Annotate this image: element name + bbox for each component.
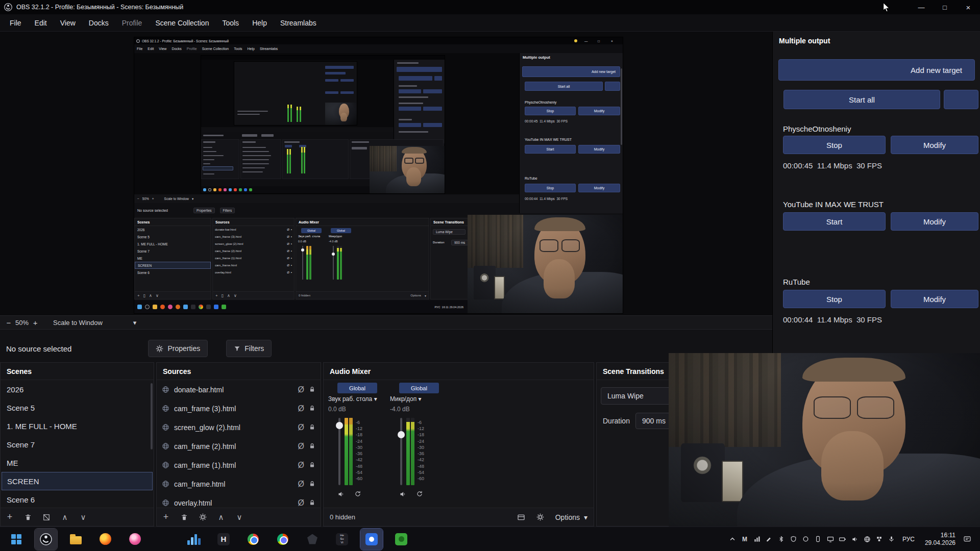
taskbar-firefox-icon[interactable] <box>94 529 116 550</box>
preview-pane[interactable]: OBS 32.1.2 - Profile: Безымянный - Scene… <box>0 32 772 315</box>
zoom-in-button[interactable]: + <box>29 318 42 327</box>
target-modify-button[interactable]: Modify <box>891 290 978 308</box>
taskbar-pink-app-icon[interactable] <box>124 529 146 550</box>
add-new-target-button[interactable]: Add new target <box>778 59 975 81</box>
taskbar-hesuvi-icon[interactable]: HeSuVi <box>331 529 353 550</box>
mixer-channel-name[interactable]: Звук раб. стола ▾ <box>328 395 377 403</box>
minimize-button[interactable]: — <box>910 0 933 14</box>
tray-shield-icon[interactable] <box>788 534 799 545</box>
language-indicator[interactable]: РУС <box>898 536 919 543</box>
taskbar-chart-app-icon[interactable] <box>183 529 205 550</box>
tray-volume-icon[interactable] <box>849 534 861 545</box>
start-all-button[interactable]: Start all <box>783 90 940 109</box>
scale-mode-label[interactable]: Scale to Window <box>53 319 103 327</box>
menu-tools[interactable]: Tools <box>215 19 246 27</box>
taskbar-blue-app-icon[interactable] <box>360 529 383 550</box>
volume-slider-knob[interactable] <box>398 431 405 438</box>
source-item[interactable]: cam_frame (3).html Ø <box>157 399 321 418</box>
taskbar-chrome-icon[interactable] <box>242 529 264 550</box>
tray-network-icon[interactable] <box>862 534 873 545</box>
target-modify-button[interactable]: Modify <box>891 212 978 231</box>
mixer-global-tab[interactable]: Global <box>337 383 377 393</box>
tray-chevron-up-icon[interactable] <box>727 534 738 545</box>
volume-slider-knob[interactable] <box>336 422 343 429</box>
volume-slider[interactable] <box>338 418 340 485</box>
source-properties-button[interactable] <box>193 513 212 521</box>
lock-icon[interactable] <box>309 462 315 468</box>
scale-mode-caret-icon[interactable]: ▾ <box>133 319 137 327</box>
source-item[interactable]: screen_glow (2).html Ø <box>157 418 321 437</box>
move-source-up-button[interactable]: ∧ <box>212 513 230 522</box>
lock-icon[interactable] <box>309 405 315 412</box>
tray-phone-link-icon[interactable] <box>813 534 824 545</box>
taskbar-h-app-icon[interactable]: H <box>212 529 235 550</box>
speaker-icon[interactable] <box>399 490 407 498</box>
add-source-button[interactable]: + <box>157 512 175 522</box>
scene-item-selected[interactable]: SCREEN <box>2 472 153 490</box>
taskbar-chrome-canary-icon[interactable] <box>272 529 294 550</box>
menu-file[interactable]: File <box>3 19 28 27</box>
tray-display-icon[interactable] <box>825 534 836 545</box>
scenes-scrollbar[interactable] <box>151 383 153 449</box>
target-stop-button[interactable]: Stop <box>783 136 886 154</box>
tray-bluetooth-icon[interactable] <box>776 534 787 545</box>
visibility-hidden-icon[interactable]: Ø <box>298 404 304 413</box>
visibility-hidden-icon[interactable]: Ø <box>298 442 304 451</box>
mixer-options-button[interactable]: Options▾ <box>555 513 587 521</box>
scene-item[interactable]: 2026 <box>1 380 154 398</box>
speaker-icon[interactable] <box>337 490 345 498</box>
remove-source-button[interactable] <box>175 514 193 521</box>
lock-icon[interactable] <box>309 481 315 487</box>
menu-edit[interactable]: Edit <box>28 19 54 27</box>
taskbar-wolf-app-icon[interactable] <box>301 529 324 550</box>
lock-icon[interactable] <box>309 499 315 506</box>
tray-opera-icon[interactable] <box>800 534 812 545</box>
visibility-hidden-icon[interactable]: Ø <box>298 385 304 394</box>
target-modify-button[interactable]: Modify <box>891 136 978 154</box>
mixer-global-tab[interactable]: Global <box>399 383 439 393</box>
taskbar-green-cam-app-icon[interactable] <box>390 529 412 550</box>
visibility-hidden-icon[interactable]: Ø <box>298 498 304 508</box>
zoom-out-button[interactable]: − <box>2 318 15 327</box>
close-button[interactable]: × <box>957 0 980 14</box>
tray-mic-icon[interactable] <box>886 534 897 545</box>
scene-item[interactable]: Scene 6 <box>1 490 154 509</box>
menu-scene-collection[interactable]: Scene Collection <box>149 19 215 27</box>
menu-view[interactable]: View <box>54 19 82 27</box>
filters-button[interactable]: Filters <box>226 340 272 357</box>
volume-slider[interactable] <box>400 418 402 485</box>
visibility-hidden-icon[interactable]: Ø <box>298 461 304 470</box>
mixer-layout-icon[interactable] <box>517 513 525 521</box>
tray-chart-icon[interactable] <box>751 534 763 545</box>
lock-icon[interactable] <box>309 386 315 393</box>
lock-icon[interactable] <box>309 424 315 431</box>
add-scene-button[interactable]: + <box>1 512 19 522</box>
menu-help[interactable]: Help <box>246 19 274 27</box>
tray-pen-icon[interactable] <box>764 534 775 545</box>
visibility-hidden-icon[interactable]: Ø <box>298 480 304 489</box>
scene-filters-button[interactable] <box>37 514 56 521</box>
scene-item[interactable]: 1. ME FULL - HOME <box>1 417 154 435</box>
move-scene-down-button[interactable]: ∨ <box>74 513 92 522</box>
maximize-button[interactable]: □ <box>933 0 957 14</box>
start-button[interactable] <box>5 529 28 550</box>
tray-battery-icon[interactable] <box>837 534 848 545</box>
source-item[interactable]: cam_frame (1).html Ø <box>157 456 321 474</box>
tray-app-m-icon[interactable]: M <box>739 534 750 545</box>
taskbar-obs-icon[interactable] <box>35 529 57 550</box>
lock-icon[interactable] <box>309 443 315 449</box>
scene-item[interactable]: Scene 7 <box>1 435 154 454</box>
monitor-loop-icon[interactable] <box>416 490 423 498</box>
source-item[interactable]: cam_frame (2).html Ø <box>157 437 321 456</box>
taskbar-explorer-icon[interactable] <box>64 529 87 550</box>
target-start-button[interactable]: Start <box>783 212 886 231</box>
source-item[interactable]: cam_frame.html Ø <box>157 474 321 493</box>
start-all-extra-button[interactable] <box>944 90 978 109</box>
tray-ethernet-icon[interactable] <box>874 534 885 545</box>
taskbar-amber-app-icon[interactable] <box>153 529 176 550</box>
menu-docks[interactable]: Docks <box>82 19 115 27</box>
target-stop-button[interactable]: Stop <box>783 290 886 308</box>
move-scene-up-button[interactable]: ∧ <box>56 513 74 522</box>
remove-scene-button[interactable] <box>19 514 37 521</box>
mixer-channel-name[interactable]: Микр/доп ▾ <box>390 395 422 403</box>
